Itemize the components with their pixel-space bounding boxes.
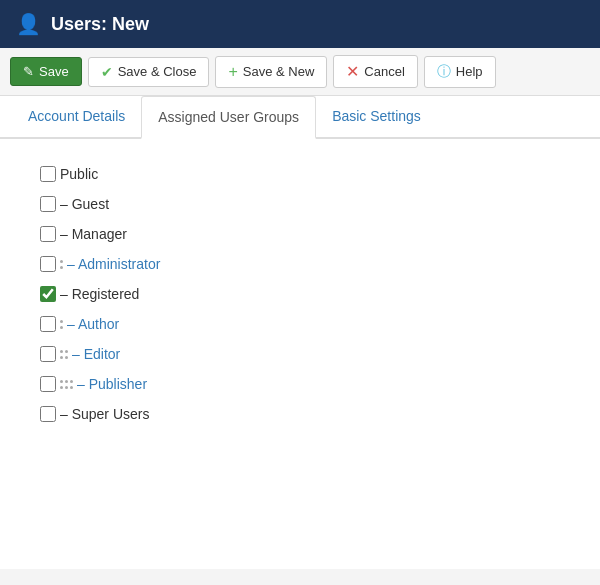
dot-column [70, 380, 73, 389]
group-checkbox-editor[interactable] [40, 346, 56, 362]
list-item: – Author [40, 309, 600, 339]
group-checkbox-guest[interactable] [40, 196, 56, 212]
list-item: – Editor [40, 339, 600, 369]
dot-column [65, 350, 68, 359]
group-checkbox-publisher[interactable] [40, 376, 56, 392]
group-checkbox-registered[interactable] [40, 286, 56, 302]
dot-column [65, 380, 68, 389]
help-button[interactable]: ⓘ Help [424, 56, 496, 88]
dot-column [60, 350, 63, 359]
list-item: – Manager [40, 219, 600, 249]
group-label-publisher: – Publisher [77, 376, 147, 392]
help-icon: ⓘ [437, 63, 451, 81]
save-icon: ✎ [23, 64, 34, 79]
plus-icon: + [228, 63, 237, 81]
dot-column [60, 380, 63, 389]
indent-dots [60, 350, 68, 359]
group-checkbox-author[interactable] [40, 316, 56, 332]
user-group-list: Public – Guest – Manager – Administrator… [40, 159, 600, 429]
check-icon: ✔ [101, 64, 113, 80]
group-label-super-users: – Super Users [60, 406, 149, 422]
tab-bar: Account Details Assigned User Groups Bas… [0, 96, 600, 139]
indent-dots [60, 380, 73, 389]
group-label-registered: – Registered [60, 286, 139, 302]
list-item: – Publisher [40, 369, 600, 399]
list-item: – Super Users [40, 399, 600, 429]
page-header: 👤 Users: New [0, 0, 600, 48]
list-item: – Administrator [40, 249, 600, 279]
save-new-button[interactable]: + Save & New [215, 56, 327, 88]
list-item: – Registered [40, 279, 600, 309]
group-label-public: Public [60, 166, 98, 182]
tab-content: Public – Guest – Manager – Administrator… [0, 139, 600, 569]
dot-column [60, 260, 63, 269]
indent-dots [60, 260, 63, 269]
list-item: – Guest [40, 189, 600, 219]
group-label-author: – Author [67, 316, 119, 332]
cancel-icon: ✕ [346, 62, 359, 81]
page-title: Users: New [51, 14, 149, 35]
tab-basic-settings[interactable]: Basic Settings [316, 96, 437, 139]
group-checkbox-super-users[interactable] [40, 406, 56, 422]
user-icon: 👤 [16, 12, 41, 36]
list-item: Public [40, 159, 600, 189]
indent-dots [60, 320, 63, 329]
group-checkbox-public[interactable] [40, 166, 56, 182]
group-label-manager: – Manager [60, 226, 127, 242]
dot-column [60, 320, 63, 329]
toolbar: ✎ Save ✔ Save & Close + Save & New ✕ Can… [0, 48, 600, 96]
save-button[interactable]: ✎ Save [10, 57, 82, 86]
group-label-guest: – Guest [60, 196, 109, 212]
tab-account-details[interactable]: Account Details [12, 96, 141, 139]
group-label-editor: – Editor [72, 346, 120, 362]
save-close-button[interactable]: ✔ Save & Close [88, 57, 210, 87]
group-checkbox-administrator[interactable] [40, 256, 56, 272]
cancel-button[interactable]: ✕ Cancel [333, 55, 417, 88]
group-label-administrator: – Administrator [67, 256, 160, 272]
tab-assigned-user-groups[interactable]: Assigned User Groups [141, 96, 316, 139]
group-checkbox-manager[interactable] [40, 226, 56, 242]
